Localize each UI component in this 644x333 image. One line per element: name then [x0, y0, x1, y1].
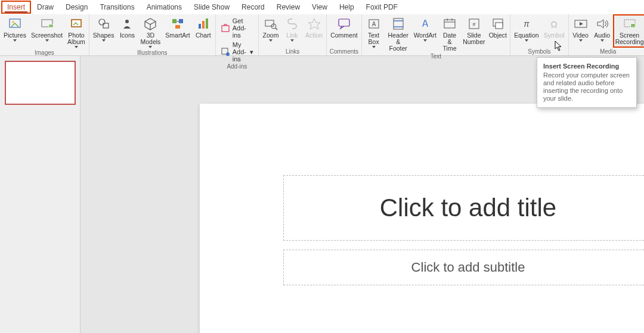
slidenumber-button[interactable]: # Slide Number	[462, 15, 485, 46]
ribbon-tabs: Insert Draw Design Transitions Animation…	[0, 0, 644, 14]
svg-rect-12	[175, 25, 180, 29]
addin-icon	[221, 47, 230, 57]
textbox-button[interactable]: A Text Box	[364, 15, 383, 49]
get-addins-button[interactable]: Get Add-ins	[218, 17, 256, 39]
object-icon	[490, 17, 506, 31]
object-button[interactable]: Object	[488, 15, 508, 40]
icons-icon	[119, 17, 135, 31]
datetime-label: Date & Time	[441, 32, 459, 52]
chevron-down-icon	[600, 39, 604, 42]
tab-review[interactable]: Review	[271, 1, 306, 14]
audio-icon	[595, 17, 610, 31]
tab-view[interactable]: View	[306, 1, 333, 14]
tab-insert[interactable]: Insert	[1, 1, 31, 14]
photo-album-button[interactable]: Photo Album	[66, 15, 86, 49]
3d-models-button[interactable]: 3D Models	[139, 15, 162, 49]
textbox-label: Text Box	[368, 32, 379, 45]
svg-marker-22	[308, 18, 320, 29]
svg-point-1	[12, 21, 14, 23]
tab-help[interactable]: Help	[333, 1, 360, 14]
audio-button[interactable]: Audio	[593, 15, 612, 43]
symbol-button: Ω Symbol	[543, 15, 566, 40]
tab-slideshow[interactable]: Slide Show	[188, 1, 236, 14]
group-comments-label: Comments	[329, 48, 359, 55]
svg-point-7	[99, 19, 105, 25]
datetime-icon	[442, 17, 457, 31]
svg-rect-30	[444, 20, 455, 28]
zoom-icon	[263, 17, 278, 31]
store-icon	[221, 23, 230, 33]
svg-text:A: A	[422, 18, 429, 29]
equation-button[interactable]: π Equation	[513, 15, 540, 43]
link-label: Link	[286, 32, 298, 39]
equation-icon: π	[519, 17, 534, 31]
group-illustrations: Shapes Icons 3D Models SmartArt Chart Il…	[89, 14, 216, 55]
photo-album-label: Photo Album	[67, 32, 85, 45]
picture-icon	[7, 17, 23, 31]
svg-point-9	[125, 20, 129, 23]
slidenumber-icon: #	[466, 17, 482, 31]
chevron-down-icon	[525, 39, 528, 42]
pictures-button[interactable]: Pictures	[2, 15, 27, 43]
svg-rect-11	[179, 19, 183, 23]
subtitle-placeholder[interactable]: Click to add subtitle	[283, 250, 644, 285]
cube-icon	[143, 17, 158, 31]
zoom-button[interactable]: Zoom	[261, 15, 280, 43]
svg-rect-10	[172, 19, 177, 23]
tab-transitions[interactable]: Transitions	[94, 1, 140, 14]
chevron-down-icon	[13, 39, 17, 42]
svg-text:π: π	[524, 19, 530, 29]
get-addins-label: Get Add-ins	[233, 17, 253, 39]
chevron-down-icon	[102, 39, 106, 42]
chevron-down-icon	[423, 39, 427, 42]
screenshot-label: Screenshot	[31, 32, 63, 39]
textbox-icon: A	[366, 17, 382, 31]
chevron-down-icon	[75, 46, 78, 48]
thumbnail-slide-1[interactable]	[6, 62, 75, 104]
video-button[interactable]: Video	[571, 15, 590, 43]
tab-record[interactable]: Record	[236, 1, 271, 14]
svg-line-21	[275, 28, 277, 30]
video-label: Video	[572, 32, 589, 39]
symbol-icon: Ω	[546, 17, 562, 31]
tab-design[interactable]: Design	[60, 1, 94, 14]
tab-animations[interactable]: Animations	[141, 1, 188, 14]
equation-label: Equation	[514, 32, 538, 39]
group-symbols: π Equation Ω Symbol Symbols	[510, 14, 568, 55]
svg-text:Ω: Ω	[551, 19, 558, 29]
group-symbols-label: Symbols	[513, 48, 565, 55]
wordart-label: WordArt	[414, 32, 436, 39]
icons-label: Icons	[120, 32, 135, 39]
screen-recording-icon: +	[622, 17, 637, 31]
comment-icon	[336, 17, 352, 31]
chevron-down-icon	[579, 39, 583, 42]
chevron-down-icon	[372, 46, 376, 48]
screen-recording-button[interactable]: + Screen Recording	[614, 15, 644, 46]
svg-rect-37	[496, 23, 503, 29]
shapes-button[interactable]: Shapes	[92, 15, 116, 43]
slide[interactable]: Click to add title Click to add subtitle	[200, 104, 644, 333]
header-footer-button[interactable]: Header & Footer	[386, 15, 411, 53]
tab-foxit[interactable]: Foxit PDF	[360, 1, 404, 14]
group-links-label: Links	[261, 48, 324, 55]
link-button: Link	[283, 15, 302, 43]
chart-button[interactable]: Chart	[194, 15, 213, 40]
wordart-button[interactable]: A WordArt	[413, 15, 437, 43]
symbol-label: Symbol	[544, 32, 565, 39]
screenshot-button[interactable]: + Screenshot	[30, 15, 64, 43]
smartart-label: SmartArt	[165, 32, 190, 39]
smartart-button[interactable]: SmartArt	[164, 15, 191, 40]
chevron-down-icon	[290, 39, 294, 42]
datetime-button[interactable]: Date & Time	[439, 15, 460, 53]
group-links: Zoom Link Action Links	[259, 14, 327, 55]
comment-button[interactable]: Comment	[329, 15, 359, 40]
svg-rect-19	[265, 20, 274, 26]
tab-draw[interactable]: Draw	[31, 1, 60, 14]
chevron-down-icon	[269, 39, 273, 42]
svg-marker-41	[580, 22, 583, 26]
action-label: Action	[305, 32, 323, 39]
svg-rect-14	[202, 21, 205, 29]
icons-button[interactable]: Icons	[117, 15, 137, 40]
title-placeholder[interactable]: Click to add title	[283, 175, 644, 241]
svg-rect-23	[339, 19, 349, 26]
